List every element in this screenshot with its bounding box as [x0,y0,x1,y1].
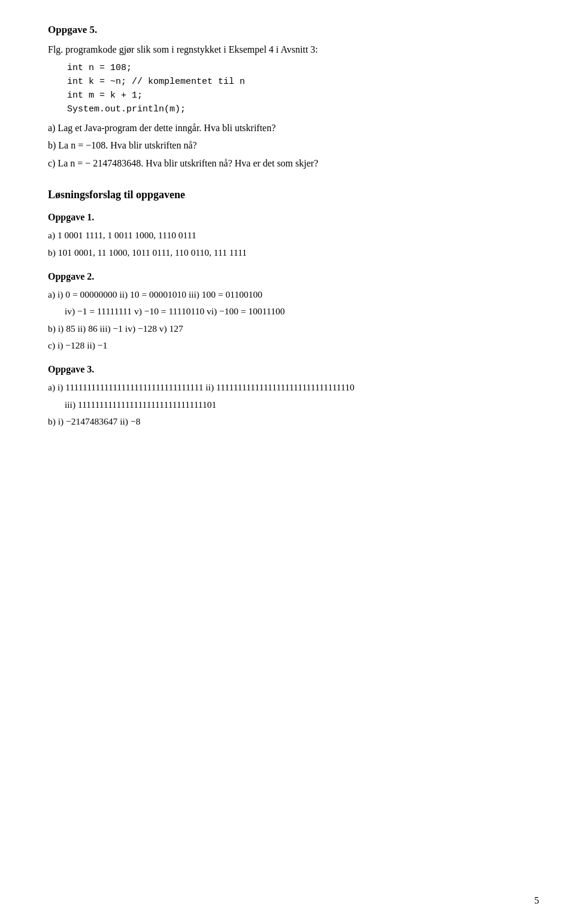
question-a: a) Lag et Java-program der dette inngår.… [48,120,527,136]
oppgave1-answers: a) 1 0001 1111, 1 0011 1000, 1110 0111 b… [48,228,527,260]
oppgave1-answer-a: a) 1 0001 1111, 1 0011 1000, 1110 0111 [48,228,527,243]
oppgave2-answer-c: c) i) −128 ii) −1 [48,338,527,353]
question-c: c) La n = − 2147483648. Hva blir utskrif… [48,156,527,171]
oppgave2-answer-a1: a) i) 0 = 00000000 ii) 10 = 00001010 iii… [48,287,527,302]
code-line-3: int m = k + 1; [67,89,527,102]
page-number: 5 [534,895,539,906]
solutions-header: Løsningsforslag til oppgavene [48,189,527,201]
oppgave3-answer-b: b) i) −2147483647 ii) −8 [48,414,527,429]
oppgave2-label: Oppgave 2. [48,271,527,282]
question-b: b) La n = −108. Hva blir utskriften nå? [48,138,527,153]
oppgave3-answers: a) i) 11111111111111111111111111111111 i… [48,380,527,429]
oppgave2-answer-a2: iv) −1 = 11111111 v) −10 = 11110110 vi) … [48,304,527,319]
oppgave5-title: Oppgave 5. [48,24,527,36]
oppgave2-answers: a) i) 0 = 00000000 ii) 10 = 00001010 iii… [48,287,527,353]
code-block: int n = 108; int k = ~n; // komplementet… [67,61,527,117]
code-line-4: System.out.println(m); [67,102,527,116]
oppgave1-answer-b: b) 101 0001, 11 1000, 1011 0111, 110 011… [48,245,527,260]
oppgave3-label: Oppgave 3. [48,364,527,375]
oppgave2-answer-b: b) i) 85 ii) 86 iii) −1 iv) −128 v) 127 [48,321,527,337]
oppgave3-answer-a2: iii) 11111111111111111111111111111101 [48,397,527,413]
code-line-2: int k = ~n; // komplementet til n [67,75,527,89]
oppgave5-questions: a) Lag et Java-program der dette inngår.… [48,120,527,171]
oppgave1-label: Oppgave 1. [48,212,527,223]
code-line-1: int n = 108; [67,61,527,75]
oppgave3-answer-a1: a) i) 11111111111111111111111111111111 i… [48,380,527,395]
oppgave5-intro: Flg. programkode gjør slik som i regnsty… [48,42,527,57]
